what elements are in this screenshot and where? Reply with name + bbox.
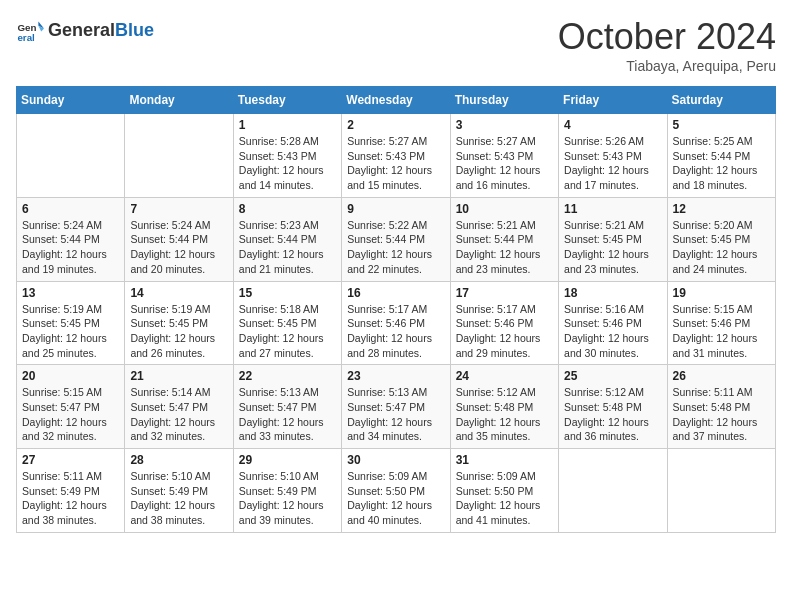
day-number: 4 xyxy=(564,118,661,132)
calendar-cell: 2Sunrise: 5:27 AM Sunset: 5:43 PM Daylig… xyxy=(342,114,450,198)
calendar-cell: 20Sunrise: 5:15 AM Sunset: 5:47 PM Dayli… xyxy=(17,365,125,449)
calendar-cell: 1Sunrise: 5:28 AM Sunset: 5:43 PM Daylig… xyxy=(233,114,341,198)
day-info: Sunrise: 5:14 AM Sunset: 5:47 PM Dayligh… xyxy=(130,385,227,444)
day-number: 12 xyxy=(673,202,770,216)
calendar-cell: 10Sunrise: 5:21 AM Sunset: 5:44 PM Dayli… xyxy=(450,197,558,281)
day-info: Sunrise: 5:22 AM Sunset: 5:44 PM Dayligh… xyxy=(347,218,444,277)
svg-text:eral: eral xyxy=(17,32,35,43)
day-info: Sunrise: 5:21 AM Sunset: 5:45 PM Dayligh… xyxy=(564,218,661,277)
calendar-header-row: SundayMondayTuesdayWednesdayThursdayFrid… xyxy=(17,87,776,114)
day-info: Sunrise: 5:15 AM Sunset: 5:47 PM Dayligh… xyxy=(22,385,119,444)
calendar-table: SundayMondayTuesdayWednesdayThursdayFrid… xyxy=(16,86,776,533)
day-info: Sunrise: 5:12 AM Sunset: 5:48 PM Dayligh… xyxy=(456,385,553,444)
calendar-cell: 26Sunrise: 5:11 AM Sunset: 5:48 PM Dayli… xyxy=(667,365,775,449)
day-number: 3 xyxy=(456,118,553,132)
day-info: Sunrise: 5:12 AM Sunset: 5:48 PM Dayligh… xyxy=(564,385,661,444)
day-info: Sunrise: 5:21 AM Sunset: 5:44 PM Dayligh… xyxy=(456,218,553,277)
calendar-cell: 11Sunrise: 5:21 AM Sunset: 5:45 PM Dayli… xyxy=(559,197,667,281)
day-number: 16 xyxy=(347,286,444,300)
day-info: Sunrise: 5:17 AM Sunset: 5:46 PM Dayligh… xyxy=(456,302,553,361)
day-number: 10 xyxy=(456,202,553,216)
logo-text-blue: Blue xyxy=(115,20,154,41)
day-number: 27 xyxy=(22,453,119,467)
day-header-thursday: Thursday xyxy=(450,87,558,114)
day-info: Sunrise: 5:16 AM Sunset: 5:46 PM Dayligh… xyxy=(564,302,661,361)
calendar-cell: 15Sunrise: 5:18 AM Sunset: 5:45 PM Dayli… xyxy=(233,281,341,365)
day-number: 28 xyxy=(130,453,227,467)
calendar-cell: 5Sunrise: 5:25 AM Sunset: 5:44 PM Daylig… xyxy=(667,114,775,198)
day-number: 21 xyxy=(130,369,227,383)
calendar-cell: 19Sunrise: 5:15 AM Sunset: 5:46 PM Dayli… xyxy=(667,281,775,365)
day-number: 5 xyxy=(673,118,770,132)
day-header-monday: Monday xyxy=(125,87,233,114)
calendar-cell: 28Sunrise: 5:10 AM Sunset: 5:49 PM Dayli… xyxy=(125,449,233,533)
day-number: 19 xyxy=(673,286,770,300)
logo-text-general: General xyxy=(48,20,115,41)
day-number: 22 xyxy=(239,369,336,383)
calendar-week-row: 27Sunrise: 5:11 AM Sunset: 5:49 PM Dayli… xyxy=(17,449,776,533)
day-number: 14 xyxy=(130,286,227,300)
day-number: 7 xyxy=(130,202,227,216)
day-info: Sunrise: 5:24 AM Sunset: 5:44 PM Dayligh… xyxy=(130,218,227,277)
day-info: Sunrise: 5:15 AM Sunset: 5:46 PM Dayligh… xyxy=(673,302,770,361)
calendar-week-row: 13Sunrise: 5:19 AM Sunset: 5:45 PM Dayli… xyxy=(17,281,776,365)
calendar-week-row: 1Sunrise: 5:28 AM Sunset: 5:43 PM Daylig… xyxy=(17,114,776,198)
calendar-cell: 4Sunrise: 5:26 AM Sunset: 5:43 PM Daylig… xyxy=(559,114,667,198)
calendar-week-row: 20Sunrise: 5:15 AM Sunset: 5:47 PM Dayli… xyxy=(17,365,776,449)
day-info: Sunrise: 5:28 AM Sunset: 5:43 PM Dayligh… xyxy=(239,134,336,193)
day-number: 25 xyxy=(564,369,661,383)
day-number: 13 xyxy=(22,286,119,300)
calendar-cell: 8Sunrise: 5:23 AM Sunset: 5:44 PM Daylig… xyxy=(233,197,341,281)
day-info: Sunrise: 5:27 AM Sunset: 5:43 PM Dayligh… xyxy=(347,134,444,193)
day-info: Sunrise: 5:17 AM Sunset: 5:46 PM Dayligh… xyxy=(347,302,444,361)
calendar-cell xyxy=(17,114,125,198)
day-info: Sunrise: 5:20 AM Sunset: 5:45 PM Dayligh… xyxy=(673,218,770,277)
calendar-cell xyxy=(667,449,775,533)
day-info: Sunrise: 5:24 AM Sunset: 5:44 PM Dayligh… xyxy=(22,218,119,277)
calendar-cell: 31Sunrise: 5:09 AM Sunset: 5:50 PM Dayli… xyxy=(450,449,558,533)
day-number: 8 xyxy=(239,202,336,216)
day-info: Sunrise: 5:10 AM Sunset: 5:49 PM Dayligh… xyxy=(130,469,227,528)
calendar-cell: 30Sunrise: 5:09 AM Sunset: 5:50 PM Dayli… xyxy=(342,449,450,533)
calendar-cell: 27Sunrise: 5:11 AM Sunset: 5:49 PM Dayli… xyxy=(17,449,125,533)
calendar-cell: 12Sunrise: 5:20 AM Sunset: 5:45 PM Dayli… xyxy=(667,197,775,281)
calendar-cell: 14Sunrise: 5:19 AM Sunset: 5:45 PM Dayli… xyxy=(125,281,233,365)
day-number: 9 xyxy=(347,202,444,216)
day-info: Sunrise: 5:11 AM Sunset: 5:48 PM Dayligh… xyxy=(673,385,770,444)
day-info: Sunrise: 5:13 AM Sunset: 5:47 PM Dayligh… xyxy=(347,385,444,444)
calendar-cell xyxy=(559,449,667,533)
day-info: Sunrise: 5:25 AM Sunset: 5:44 PM Dayligh… xyxy=(673,134,770,193)
day-number: 18 xyxy=(564,286,661,300)
day-header-sunday: Sunday xyxy=(17,87,125,114)
day-number: 17 xyxy=(456,286,553,300)
day-number: 6 xyxy=(22,202,119,216)
calendar-cell: 6Sunrise: 5:24 AM Sunset: 5:44 PM Daylig… xyxy=(17,197,125,281)
day-header-wednesday: Wednesday xyxy=(342,87,450,114)
day-header-tuesday: Tuesday xyxy=(233,87,341,114)
calendar-cell: 24Sunrise: 5:12 AM Sunset: 5:48 PM Dayli… xyxy=(450,365,558,449)
calendar-cell: 18Sunrise: 5:16 AM Sunset: 5:46 PM Dayli… xyxy=(559,281,667,365)
day-number: 23 xyxy=(347,369,444,383)
calendar-cell: 17Sunrise: 5:17 AM Sunset: 5:46 PM Dayli… xyxy=(450,281,558,365)
month-title: October 2024 xyxy=(558,16,776,58)
page-header: Gen eral General Blue October 2024 Tiaba… xyxy=(16,16,776,74)
day-header-saturday: Saturday xyxy=(667,87,775,114)
day-number: 26 xyxy=(673,369,770,383)
calendar-cell: 16Sunrise: 5:17 AM Sunset: 5:46 PM Dayli… xyxy=(342,281,450,365)
calendar-cell: 7Sunrise: 5:24 AM Sunset: 5:44 PM Daylig… xyxy=(125,197,233,281)
day-info: Sunrise: 5:19 AM Sunset: 5:45 PM Dayligh… xyxy=(130,302,227,361)
day-number: 24 xyxy=(456,369,553,383)
calendar-cell: 25Sunrise: 5:12 AM Sunset: 5:48 PM Dayli… xyxy=(559,365,667,449)
calendar-cell: 22Sunrise: 5:13 AM Sunset: 5:47 PM Dayli… xyxy=(233,365,341,449)
day-info: Sunrise: 5:09 AM Sunset: 5:50 PM Dayligh… xyxy=(347,469,444,528)
day-number: 11 xyxy=(564,202,661,216)
logo-icon: Gen eral xyxy=(16,16,44,44)
title-area: October 2024 Tiabaya, Arequipa, Peru xyxy=(558,16,776,74)
day-info: Sunrise: 5:09 AM Sunset: 5:50 PM Dayligh… xyxy=(456,469,553,528)
day-info: Sunrise: 5:10 AM Sunset: 5:49 PM Dayligh… xyxy=(239,469,336,528)
calendar-cell xyxy=(125,114,233,198)
location: Tiabaya, Arequipa, Peru xyxy=(558,58,776,74)
day-number: 1 xyxy=(239,118,336,132)
calendar-cell: 9Sunrise: 5:22 AM Sunset: 5:44 PM Daylig… xyxy=(342,197,450,281)
day-number: 2 xyxy=(347,118,444,132)
